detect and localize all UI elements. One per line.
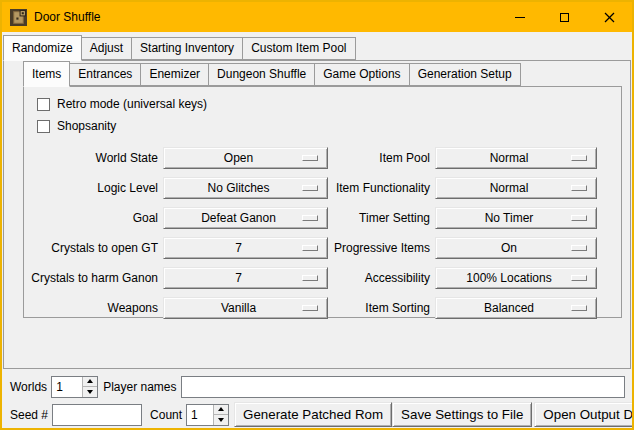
- dropdown-indicator-icon: [571, 245, 587, 251]
- dropdown-indicator-icon: [571, 215, 587, 221]
- item-sorting-label: Item Sorting: [333, 301, 430, 315]
- worlds-spin-up-button[interactable]: [83, 377, 97, 387]
- tab-randomize[interactable]: Randomize: [3, 35, 82, 61]
- tab-starting-inventory-label: Starting Inventory: [140, 41, 234, 55]
- bottom-bar: Worlds Player names Seed # Count: [5, 375, 629, 427]
- dropdown-indicator-icon: [302, 245, 318, 251]
- count-label: Count: [150, 408, 182, 422]
- tab-enemizer[interactable]: Enemizer: [140, 63, 209, 86]
- weapons-dropdown[interactable]: Vanilla: [163, 297, 328, 319]
- dropdown-indicator-icon: [302, 215, 318, 221]
- count-spinner[interactable]: [186, 404, 229, 426]
- timer-setting-dropdown[interactable]: No Timer: [435, 207, 597, 229]
- logic-level-value: No Glitches: [207, 181, 269, 195]
- tab-entrances[interactable]: Entrances: [69, 63, 141, 86]
- main-tab-bar: Randomize Adjust Starting Inventory Cust…: [3, 35, 631, 60]
- retro-mode-label: Retro mode (universal keys): [57, 97, 207, 111]
- door-shuffle-window: Door Shuffle Randomize Adjust Starting I…: [0, 0, 634, 430]
- retro-mode-checkbox-row: Retro mode (universal keys): [24, 93, 621, 115]
- tab-dungeon-shuffle[interactable]: Dungeon Shuffle: [208, 63, 315, 86]
- worlds-label: Worlds: [10, 380, 47, 394]
- count-input[interactable]: [187, 405, 213, 425]
- tab-game-options[interactable]: Game Options: [314, 63, 409, 86]
- shopsanity-checkbox[interactable]: [37, 120, 50, 133]
- count-spin-up-button[interactable]: [214, 405, 228, 415]
- count-spinner-buttons: [213, 405, 228, 425]
- progressive-items-dropdown[interactable]: On: [435, 237, 597, 259]
- retro-mode-checkbox[interactable]: [37, 98, 50, 111]
- dropdown-indicator-icon: [302, 155, 318, 161]
- logic-level-label: Logic Level: [24, 181, 158, 195]
- worlds-spin-down-button[interactable]: [83, 386, 97, 397]
- dropdown-indicator-icon: [571, 185, 587, 191]
- crystals-open-gt-dropdown[interactable]: 7: [163, 237, 328, 259]
- accessibility-dropdown[interactable]: 100% Locations: [435, 267, 597, 289]
- generate-patched-rom-button[interactable]: Generate Patched Rom: [234, 402, 392, 427]
- sub-tab-bar: Items Entrances Enemizer Dungeon Shuffle…: [23, 61, 630, 86]
- maximize-button[interactable]: [542, 2, 587, 32]
- titlebar[interactable]: Door Shuffle: [2, 2, 632, 32]
- seed-input[interactable]: [52, 404, 142, 426]
- progressive-items-value: On: [501, 241, 517, 255]
- tab-custom-item-pool[interactable]: Custom Item Pool: [242, 37, 355, 60]
- tab-generation-setup[interactable]: Generation Setup: [409, 63, 521, 86]
- worlds-input[interactable]: [52, 377, 82, 397]
- minimize-button[interactable]: [497, 2, 542, 32]
- tab-adjust[interactable]: Adjust: [81, 37, 132, 60]
- goal-dropdown[interactable]: Defeat Ganon: [163, 207, 328, 229]
- worlds-spinner[interactable]: [51, 376, 98, 398]
- accessibility-value: 100% Locations: [466, 271, 551, 285]
- item-pool-value: Normal: [490, 151, 529, 165]
- arrow-down-icon: [87, 390, 93, 394]
- item-sorting-value: Balanced: [484, 301, 534, 315]
- crystals-harm-ganon-dropdown[interactable]: 7: [163, 267, 328, 289]
- item-sorting-dropdown[interactable]: Balanced: [435, 297, 597, 319]
- item-functionality-value: Normal: [490, 181, 529, 195]
- randomize-pane: Items Entrances Enemizer Dungeon Shuffle…: [3, 60, 631, 369]
- item-functionality-label: Item Functionality: [333, 181, 430, 195]
- save-settings-button[interactable]: Save Settings to File: [392, 402, 532, 427]
- window-controls: [497, 2, 632, 32]
- item-functionality-dropdown[interactable]: Normal: [435, 177, 597, 199]
- shopsanity-label: Shopsanity: [57, 119, 116, 133]
- worlds-row: Worlds Player names: [5, 375, 629, 398]
- close-icon: [604, 12, 615, 23]
- timer-setting-value: No Timer: [485, 211, 534, 225]
- crystals-open-gt-value: 7: [235, 241, 242, 255]
- tab-generation-setup-label: Generation Setup: [418, 67, 512, 81]
- world-state-label: World State: [24, 151, 158, 165]
- tab-items[interactable]: Items: [23, 61, 70, 87]
- items-pane: Retro mode (universal keys) Shopsanity W…: [23, 86, 622, 318]
- accessibility-label: Accessibility: [333, 271, 430, 285]
- tab-starting-inventory[interactable]: Starting Inventory: [131, 37, 243, 60]
- item-pool-label: Item Pool: [333, 151, 430, 165]
- minimize-icon: [515, 17, 525, 18]
- open-output-directory-button[interactable]: Open Output Directory: [534, 402, 634, 427]
- close-button[interactable]: [587, 2, 632, 32]
- logic-level-dropdown[interactable]: No Glitches: [163, 177, 328, 199]
- app-door-icon: [10, 9, 27, 26]
- timer-setting-label: Timer Setting: [333, 211, 430, 225]
- player-names-input[interactable]: [181, 376, 626, 398]
- tab-custom-item-pool-label: Custom Item Pool: [251, 41, 346, 55]
- tab-items-label: Items: [32, 67, 61, 81]
- weapons-value: Vanilla: [221, 301, 256, 315]
- crystals-open-gt-label: Crystals to open GT: [24, 241, 158, 255]
- crystals-harm-ganon-label: Crystals to harm Ganon: [24, 271, 158, 285]
- tab-enemizer-label: Enemizer: [149, 67, 200, 81]
- tab-entrances-label: Entrances: [78, 67, 132, 81]
- weapons-label: Weapons: [24, 301, 158, 315]
- crystals-harm-ganon-value: 7: [235, 271, 242, 285]
- world-state-value: Open: [224, 151, 253, 165]
- worlds-spinner-buttons: [82, 377, 97, 397]
- player-names-label: Player names: [103, 380, 176, 394]
- world-state-dropdown[interactable]: Open: [163, 147, 328, 169]
- dropdown-indicator-icon: [571, 275, 587, 281]
- arrow-down-icon: [218, 418, 224, 422]
- dropdown-indicator-icon: [302, 305, 318, 311]
- item-pool-dropdown[interactable]: Normal: [435, 147, 597, 169]
- tab-randomize-label: Randomize: [12, 41, 73, 55]
- dropdown-indicator-icon: [571, 155, 587, 161]
- count-spin-down-button[interactable]: [214, 414, 228, 425]
- arrow-up-icon: [87, 379, 93, 383]
